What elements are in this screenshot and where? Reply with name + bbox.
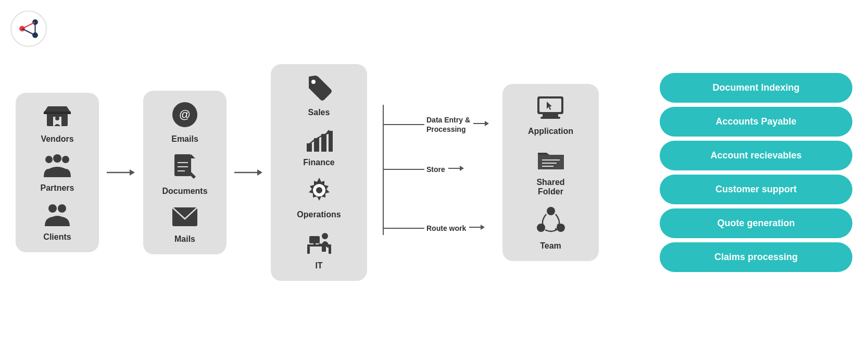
svg-rect-43 [329, 247, 331, 254]
documents-label: Documents [162, 187, 207, 196]
svg-rect-44 [309, 236, 320, 243]
documents-icon [173, 153, 196, 184]
svg-rect-56 [543, 114, 558, 117]
sales-icon [307, 75, 332, 105]
account-receivables-button[interactable]: Account recievables [660, 141, 852, 170]
documents-item: Documents [162, 153, 207, 196]
emails-icon: @ [171, 101, 198, 132]
partners-label: Partners [41, 183, 74, 193]
mails-item: Mails [171, 205, 198, 244]
routing-lines: Data Entry &Processing Store [383, 79, 497, 266]
svg-point-40 [317, 188, 322, 193]
vendors-item: Vendors [41, 103, 73, 144]
routing-section: Data Entry &Processing Store [383, 79, 497, 266]
mails-label: Mails [174, 235, 195, 244]
team-label: Team [540, 241, 561, 251]
route-work-label: Route work [426, 224, 466, 232]
sources-column: Vendors Partners [16, 93, 99, 252]
partners-icon [44, 153, 71, 181]
svg-rect-57 [540, 117, 560, 119]
svg-line-4 [22, 29, 35, 35]
it-icon [305, 229, 333, 258]
arrow-2 [227, 167, 271, 178]
shared-folder-label: SharedFolder [536, 178, 564, 196]
clients-label: Clients [43, 232, 71, 242]
svg-point-31 [311, 80, 316, 84]
svg-point-46 [322, 233, 328, 239]
svg-point-16 [58, 204, 66, 213]
partners-item: Partners [41, 153, 74, 193]
application-icon [535, 94, 565, 124]
application-item: Application [528, 94, 573, 136]
shared-folder-item: SharedFolder [536, 145, 566, 196]
svg-marker-18 [130, 169, 135, 176]
it-item: IT [305, 229, 333, 270]
customer-support-button[interactable]: Customer support [660, 175, 852, 204]
svg-point-14 [62, 156, 69, 163]
svg-rect-34 [321, 134, 326, 152]
svg-marker-54 [481, 225, 485, 230]
sales-item: Sales [307, 75, 332, 117]
svg-rect-45 [313, 243, 316, 245]
vendors-icon [44, 103, 71, 132]
app-logo [10, 10, 47, 47]
svg-point-63 [547, 207, 555, 215]
emails-item: @ Emails [171, 101, 198, 144]
route-store-label: Store [426, 165, 445, 174]
clients-icon [44, 202, 71, 230]
svg-line-3 [22, 22, 35, 29]
svg-rect-42 [307, 247, 310, 254]
operations-icon [306, 177, 333, 207]
mails-icon [171, 205, 198, 232]
svg-marker-22 [191, 154, 195, 158]
quote-generation-button[interactable]: Quote generation [660, 208, 852, 238]
route-data-entry-label: Data Entry &Processing [426, 115, 470, 134]
svg-point-12 [45, 156, 53, 163]
finance-icon [306, 127, 333, 155]
inputs-column: @ Emails Documents [143, 91, 227, 254]
vendors-label: Vendors [41, 134, 73, 144]
svg-marker-52 [460, 166, 464, 171]
svg-point-15 [48, 204, 57, 213]
application-label: Application [528, 127, 573, 136]
emails-label: Emails [171, 134, 198, 144]
team-item: Team [536, 206, 566, 251]
right-buttons-panel: Document Indexing Accounts Payable Accou… [660, 73, 852, 272]
sales-label: Sales [308, 108, 330, 117]
svg-rect-10 [44, 112, 71, 114]
finance-item: Finance [303, 127, 334, 167]
claims-processing-button[interactable]: Claims processing [660, 242, 852, 272]
shared-folder-icon [536, 145, 566, 175]
svg-marker-30 [257, 169, 262, 176]
it-label: IT [315, 261, 322, 270]
svg-marker-50 [485, 121, 489, 126]
operations-label: Operations [297, 210, 341, 219]
svg-point-11 [55, 116, 59, 120]
finance-label: Finance [303, 158, 334, 167]
svg-point-48 [319, 243, 321, 245]
svg-point-13 [53, 154, 61, 163]
destinations-column: Application SharedFolder [502, 84, 599, 261]
operations-item: Operations [297, 177, 341, 219]
arrow-1 [99, 167, 143, 178]
svg-text:@: @ [179, 108, 191, 121]
departments-column: Sales Finance [271, 64, 367, 281]
clients-item: Clients [43, 202, 71, 242]
document-indexing-button[interactable]: Document Indexing [660, 73, 852, 103]
team-icon [536, 206, 566, 239]
accounts-payable-button[interactable]: Accounts Payable [660, 107, 852, 137]
